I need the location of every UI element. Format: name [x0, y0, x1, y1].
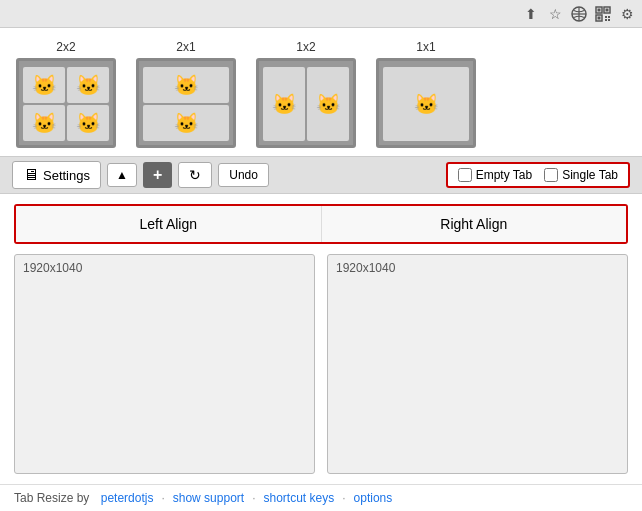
svg-rect-8 [598, 16, 601, 19]
cell-1x2-0: 🐱 [263, 67, 305, 141]
footer: Tab Resize by peterdotjs · show support … [0, 484, 642, 511]
add-label: + [153, 166, 162, 183]
qr-icon[interactable] [594, 5, 612, 23]
cell-3: 🐱 [67, 105, 109, 141]
star-icon[interactable]: ☆ [546, 5, 564, 23]
panels-row: 1920x1040 1920x1040 [14, 254, 628, 474]
author-link[interactable]: peterdotjs [101, 491, 154, 505]
cat-icon-2x1-0: 🐱 [174, 73, 199, 97]
show-support-link[interactable]: show support [173, 491, 244, 505]
tab-options-group: Empty Tab Single Tab [446, 162, 630, 188]
settings-label: Settings [43, 168, 90, 183]
cell-2: 🐱 [23, 105, 65, 141]
layout-2x1[interactable]: 2x1 🐱 🐱 [136, 40, 236, 148]
add-button[interactable]: + [143, 162, 172, 188]
layout-2x1-label: 2x1 [176, 40, 195, 54]
left-align-button[interactable]: Left Align [16, 206, 322, 242]
layout-1x1[interactable]: 1x1 🐱 [376, 40, 476, 148]
cat-icon-1: 🐱 [76, 73, 101, 97]
panel-right-size: 1920x1040 [336, 261, 395, 275]
dot-2: · [252, 491, 255, 505]
layout-1x2-label: 1x2 [296, 40, 315, 54]
layout-2x2-label: 2x2 [56, 40, 75, 54]
refresh-button[interactable]: ↻ [178, 162, 212, 188]
left-align-label: Left Align [139, 216, 197, 232]
single-tab-label: Single Tab [562, 168, 618, 182]
svg-rect-11 [605, 19, 607, 21]
single-tab-option[interactable]: Single Tab [544, 168, 618, 182]
cat-icon-2: 🐱 [32, 111, 57, 135]
cell-1x1-0: 🐱 [383, 67, 469, 141]
cat-icon-1x2-1: 🐱 [316, 92, 341, 116]
cat-icon-2x1-1: 🐱 [174, 111, 199, 135]
layout-1x1-preview: 🐱 [376, 58, 476, 148]
settings-button[interactable]: 🖥 Settings [12, 161, 101, 189]
svg-rect-7 [606, 8, 609, 11]
cell-0: 🐱 [23, 67, 65, 103]
svg-rect-12 [608, 19, 610, 21]
dot-1: · [161, 491, 164, 505]
panel-left: 1920x1040 [14, 254, 315, 474]
layout-2x1-preview: 🐱 🐱 [136, 58, 236, 148]
undo-label: Undo [229, 168, 258, 182]
cell-1x2-1: 🐱 [307, 67, 349, 141]
svg-rect-6 [598, 8, 601, 11]
cell-2x1-1: 🐱 [143, 105, 229, 141]
translate-icon[interactable] [570, 5, 588, 23]
toolbar-row: 🖥 Settings ▲ + ↻ Undo Empty Tab Single T… [0, 156, 642, 194]
collapse-button[interactable]: ▲ [107, 163, 137, 187]
cat-icon-1x1-0: 🐱 [414, 92, 439, 116]
main-content: 2x2 🐱 🐱 🐱 🐱 2x1 🐱 🐱 1x2 🐱 🐱 [0, 28, 642, 511]
right-align-label: Right Align [440, 216, 507, 232]
svg-rect-9 [605, 16, 607, 18]
undo-button[interactable]: Undo [218, 163, 269, 187]
cell-2x1-0: 🐱 [143, 67, 229, 103]
new-tab-icon[interactable]: ⚙ [618, 5, 636, 23]
panel-left-size: 1920x1040 [23, 261, 82, 275]
cat-icon-1x2-0: 🐱 [272, 92, 297, 116]
single-tab-checkbox[interactable] [544, 168, 558, 182]
align-row: Left Align Right Align [14, 204, 628, 244]
cell-1: 🐱 [67, 67, 109, 103]
right-align-button[interactable]: Right Align [322, 206, 627, 242]
layout-1x1-label: 1x1 [416, 40, 435, 54]
shortcut-keys-link[interactable]: shortcut keys [263, 491, 334, 505]
top-bar: ⬆ ☆ ⚙ [0, 0, 642, 28]
panel-right: 1920x1040 [327, 254, 628, 474]
monitor-icon: 🖥 [23, 166, 39, 184]
layout-2x2-preview: 🐱 🐱 🐱 🐱 [16, 58, 116, 148]
empty-tab-label: Empty Tab [476, 168, 532, 182]
layout-1x2-preview: 🐱 🐱 [256, 58, 356, 148]
footer-prefix: Tab Resize by [14, 491, 89, 505]
share-icon[interactable]: ⬆ [522, 5, 540, 23]
layout-2x2[interactable]: 2x2 🐱 🐱 🐱 🐱 [16, 40, 116, 148]
cat-icon-0: 🐱 [32, 73, 57, 97]
empty-tab-option[interactable]: Empty Tab [458, 168, 532, 182]
layout-row: 2x2 🐱 🐱 🐱 🐱 2x1 🐱 🐱 1x2 🐱 🐱 [0, 28, 642, 156]
empty-tab-checkbox[interactable] [458, 168, 472, 182]
cat-icon-3: 🐱 [76, 111, 101, 135]
options-link[interactable]: options [354, 491, 393, 505]
svg-rect-10 [608, 16, 610, 18]
dot-3: · [342, 491, 345, 505]
layout-1x2[interactable]: 1x2 🐱 🐱 [256, 40, 356, 148]
